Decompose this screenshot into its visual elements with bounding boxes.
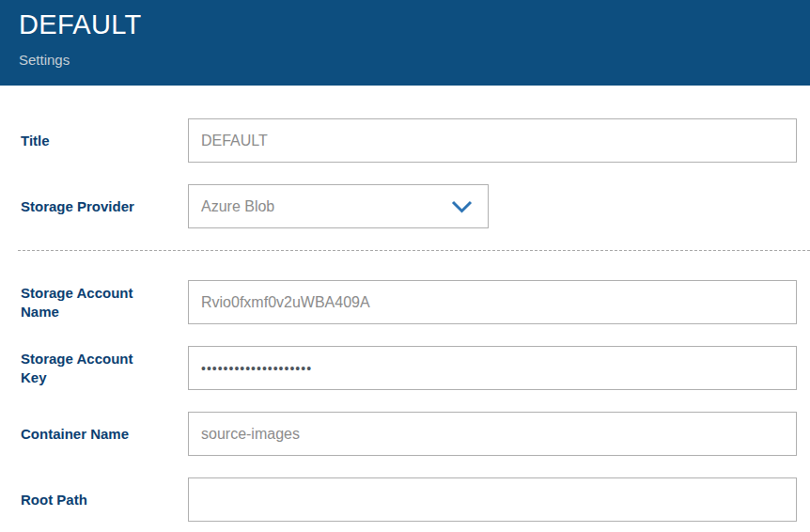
- storage-account-key-input[interactable]: [188, 346, 797, 390]
- storage-account-name-field: [188, 280, 797, 324]
- form-row-container-name: Container Name: [21, 412, 797, 456]
- form-row-root-path: Root Path: [21, 477, 797, 522]
- storage-account-key-label: Storage Account Key: [21, 346, 188, 390]
- form-row-title: Title: [21, 118, 797, 163]
- title-field: [188, 118, 797, 163]
- storage-account-name-label: Storage Account Name: [21, 280, 188, 324]
- settings-form: Title Storage Provider Azure Blob Storag…: [0, 86, 810, 522]
- chevron-down-icon: [451, 200, 473, 213]
- form-row-storage-provider: Storage Provider Azure Blob: [21, 184, 797, 228]
- root-path-input[interactable]: [188, 477, 797, 522]
- storage-account-name-input[interactable]: [188, 280, 797, 324]
- page-title: DEFAULT: [19, 9, 791, 40]
- storage-account-key-field: [188, 346, 797, 390]
- storage-provider-select[interactable]: Azure Blob: [188, 184, 489, 228]
- section-separator: [18, 250, 810, 251]
- page-subtitle: Settings: [19, 52, 791, 68]
- storage-provider-selected-value: Azure Blob: [201, 198, 274, 215]
- page-header: DEFAULT Settings: [0, 0, 810, 86]
- title-input[interactable]: [188, 118, 797, 163]
- root-path-field: [188, 477, 797, 522]
- storage-provider-label: Storage Provider: [21, 184, 188, 228]
- form-row-storage-account-key: Storage Account Key: [21, 346, 797, 390]
- root-path-label: Root Path: [21, 477, 188, 522]
- title-label: Title: [21, 118, 188, 163]
- container-name-field: [188, 412, 797, 456]
- container-name-label: Container Name: [21, 412, 188, 456]
- storage-provider-field: Azure Blob: [188, 184, 797, 228]
- container-name-input[interactable]: [188, 412, 797, 456]
- form-row-storage-account-name: Storage Account Name: [21, 280, 797, 324]
